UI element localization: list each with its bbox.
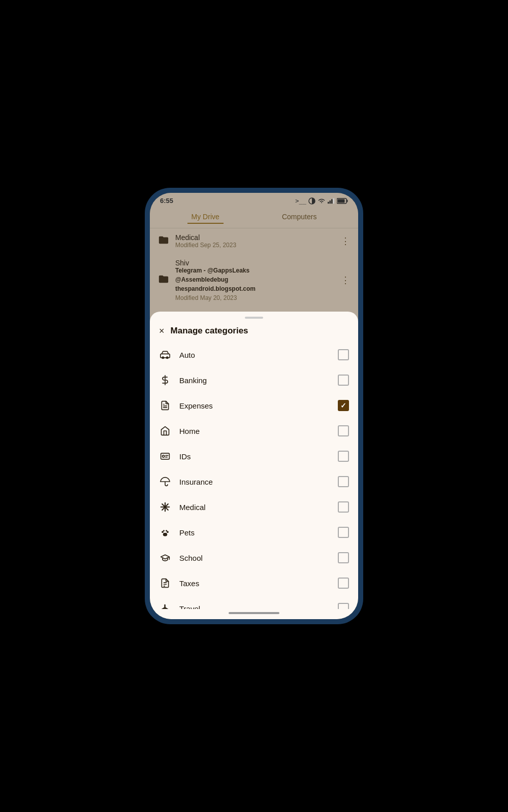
drive-tabs: My Drive Computers (150, 207, 358, 228)
school-checkbox[interactable] (338, 552, 349, 563)
auto-checkbox[interactable] (338, 349, 349, 360)
category-item-pets: Pets (150, 520, 358, 545)
expenses-label: Expenses (179, 401, 330, 410)
dollar-icon (159, 374, 171, 386)
insurance-label: Insurance (179, 478, 330, 486)
taxes-icon (159, 577, 171, 589)
medical-item-name: Medical (175, 233, 335, 242)
bottom-bar (150, 609, 358, 619)
terminal-icon: >__ (295, 197, 306, 205)
svg-rect-2 (330, 200, 331, 204)
tab-my-drive[interactable]: My Drive (187, 211, 224, 224)
medical-item-info: Medical Modified Sep 25, 2023 (175, 233, 335, 249)
category-item-taxes: Taxes (150, 570, 358, 596)
category-item-expenses: Expenses (150, 393, 358, 418)
ids-label: IDs (179, 452, 330, 461)
id-icon (159, 450, 171, 462)
insurance-checkbox[interactable] (338, 476, 349, 487)
screen-content: 6:55 >__ (150, 193, 358, 619)
sheet-header: × Manage categories (150, 322, 358, 342)
more-options-medical[interactable]: ⋮ (341, 235, 350, 247)
banking-checkbox[interactable] (338, 375, 349, 386)
drive-item-medical: Medical Modified Sep 25, 2023 ⋮ (150, 228, 358, 254)
expenses-checkbox[interactable] (338, 400, 349, 411)
shiv-item-info: Shiv Telegram - @GappsLeaks@Assembledebu… (175, 259, 335, 301)
shiv-item-date: Modified May 20, 2023 (175, 294, 335, 301)
svg-point-25 (163, 530, 165, 531)
battery-icon (337, 198, 348, 204)
category-item-banking: Banking (150, 367, 358, 393)
travel-label: Travel (179, 604, 330, 610)
pets-checkbox[interactable] (338, 527, 349, 538)
medical-checkbox[interactable] (338, 501, 349, 513)
drive-background: My Drive Computers Medical Modified Sep … (150, 207, 358, 312)
svg-point-24 (167, 531, 169, 533)
svg-rect-4 (333, 198, 335, 204)
close-button[interactable]: × (159, 326, 165, 335)
home-checkbox[interactable] (338, 425, 349, 436)
medical-label: Medical (179, 503, 330, 512)
signal-icon (328, 198, 335, 204)
tab-computers[interactable]: Computers (278, 211, 321, 224)
school-label: School (179, 554, 330, 562)
categories-list: Auto Banking (150, 342, 358, 609)
wifi-icon (318, 198, 326, 204)
receipt-icon (159, 399, 171, 412)
sheet-drag-handle (245, 317, 263, 319)
svg-rect-1 (328, 201, 329, 204)
home-label: Home (179, 427, 330, 435)
phone-frame: 6:55 >__ (145, 188, 363, 624)
category-item-school: School (150, 545, 358, 570)
status-bar: 6:55 >__ (150, 193, 358, 207)
svg-rect-6 (347, 199, 348, 202)
folder-icon-shiv (158, 274, 169, 287)
travel-checkbox[interactable] (338, 603, 349, 609)
category-item-ids: IDs (150, 444, 358, 469)
svg-rect-3 (331, 199, 333, 204)
medical-item-date: Modified Sep 25, 2023 (175, 242, 335, 249)
pets-label: Pets (179, 528, 330, 537)
school-icon (159, 552, 171, 564)
auto-label: Auto (179, 351, 330, 359)
more-options-shiv[interactable]: ⋮ (341, 275, 350, 286)
taxes-label: Taxes (179, 579, 330, 588)
plane-icon (159, 602, 171, 609)
svg-point-26 (166, 530, 167, 531)
category-item-travel: Travel (150, 596, 358, 609)
svg-point-23 (162, 531, 164, 533)
manage-categories-sheet: × Manage categories Auto (150, 312, 358, 619)
telegram-overlay: Telegram - @GappsLeaks@Assembledebugthes… (175, 265, 335, 294)
car-icon (159, 349, 171, 361)
sheet-title: Manage categories (171, 326, 248, 336)
svg-rect-8 (161, 354, 170, 358)
category-item-insurance: Insurance (150, 469, 358, 494)
category-item-auto: Auto (150, 342, 358, 367)
ids-checkbox[interactable] (338, 451, 349, 462)
svg-rect-7 (338, 199, 345, 202)
drive-item-shiv: Shiv Telegram - @GappsLeaks@Assembledebu… (150, 254, 358, 307)
category-item-home: Home (150, 418, 358, 444)
home-icon (159, 425, 171, 437)
status-icons: >__ (295, 197, 348, 205)
umbrella-icon (159, 476, 171, 488)
half-circle-icon (308, 197, 315, 205)
svg-point-15 (163, 455, 165, 457)
paw-icon (159, 526, 171, 538)
banking-label: Banking (179, 376, 330, 385)
asterisk-icon (159, 501, 171, 513)
svg-point-22 (163, 533, 167, 536)
category-item-medical: Medical (150, 494, 358, 520)
phone-screen: 6:55 >__ (150, 193, 358, 619)
taxes-checkbox[interactable] (338, 578, 349, 589)
status-time: 6:55 (160, 197, 173, 205)
home-indicator (229, 612, 279, 614)
folder-icon-medical (158, 234, 169, 248)
